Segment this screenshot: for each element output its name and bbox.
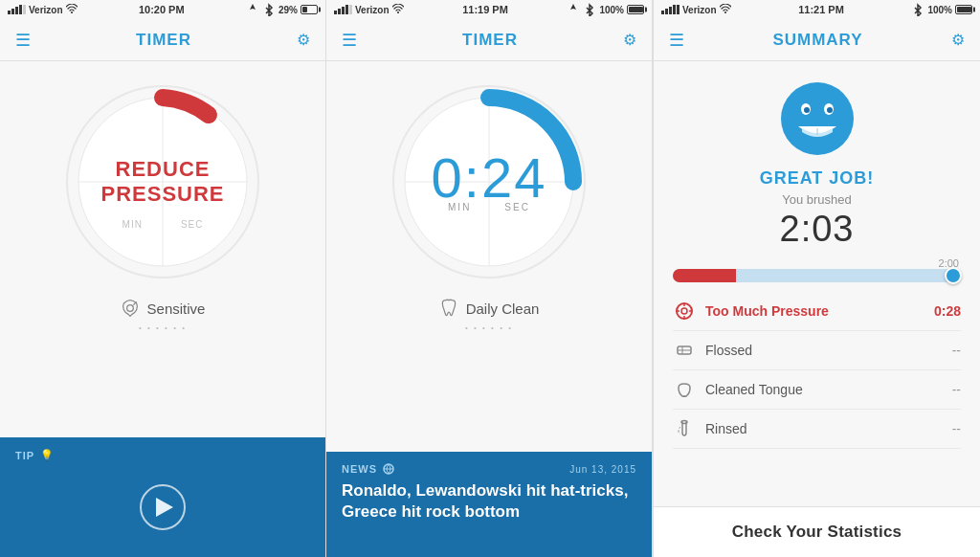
bluetooth-icon-3	[911, 3, 924, 16]
svg-point-7	[397, 11, 399, 13]
tip-row-1: TIP 💡	[15, 449, 310, 461]
tip-label-1: TIP	[15, 450, 34, 461]
rinse-icon	[673, 417, 696, 440]
time-display-2: 0:24	[432, 145, 547, 210]
progress-time-label: 2:00	[673, 257, 961, 269]
stat-row-pressure: Too Much Pressure 0:28	[673, 292, 961, 331]
battery-pct-2: 100%	[599, 5, 624, 15]
stat-row-flossed: Flossed --	[673, 331, 961, 370]
bluetooth-icon-1	[262, 3, 276, 16]
nav-bar-3: ☰ SUMMARY ⚙	[654, 19, 980, 61]
nav-bar-1: ☰ TIMER ⚙	[0, 19, 325, 61]
wifi-icon-3	[720, 4, 731, 15]
svg-point-5	[126, 305, 133, 312]
bottom-section-2: NEWS Jun 13, 2015 Ronaldo, Lewandowski h…	[326, 452, 652, 557]
stat-left-flossed: Flossed	[673, 339, 752, 362]
stat-left-pressure: Too Much Pressure	[673, 300, 829, 323]
status-right-2: 100%	[567, 3, 644, 16]
location-icon-1	[246, 3, 259, 16]
signal-icon-1	[8, 5, 26, 14]
progress-track	[673, 269, 961, 282]
menu-icon-3[interactable]: ☰	[669, 30, 684, 51]
panel-1: Verizon 10:20 PM 29% ☰ TIMER ⚙	[0, 0, 326, 557]
carrier-1: Verizon	[29, 5, 63, 15]
mode-icon-1	[121, 299, 140, 318]
settings-icon-3[interactable]: ⚙	[951, 31, 965, 49]
globe-icon-2	[383, 463, 394, 475]
stat-row-rinsed: Rinsed --	[673, 410, 961, 449]
svg-point-22	[681, 308, 687, 314]
wifi-icon-1	[66, 4, 78, 15]
progress-fill	[673, 269, 736, 282]
timer-area-1: REDUCE PRESSURE MIN SEC Sensitive • • • …	[0, 61, 325, 437]
battery-icon-3	[955, 5, 972, 14]
svg-point-14	[724, 11, 726, 13]
flossed-label: Flossed	[705, 343, 752, 358]
menu-icon-2[interactable]: ☰	[342, 30, 357, 51]
battery-icon-2	[627, 5, 644, 14]
battery-pct-1: 29%	[278, 5, 298, 15]
nav-title-3: SUMMARY	[772, 31, 862, 50]
news-headline-2: Ronaldo, Lewandowski hit hat-tricks, Gre…	[342, 480, 636, 523]
lightbulb-icon-1: 💡	[40, 449, 55, 461]
panel-2: Verizon 11:19 PM 100% ☰ TIMER ⚙	[326, 0, 653, 557]
status-right-3: 100%	[911, 3, 972, 16]
mode-text-2: Daily Clean	[466, 301, 540, 317]
brush-time-display: 2:03	[780, 209, 855, 250]
timer-circle-1: REDUCE PRESSURE MIN SEC	[57, 77, 268, 287]
tooth-icon-2	[439, 299, 458, 318]
signal-icon-2	[334, 5, 352, 14]
settings-icon-1[interactable]: ⚙	[297, 31, 310, 49]
smiley-container	[779, 80, 856, 161]
news-label-2: NEWS	[342, 463, 377, 475]
you-brushed-text: You brushed	[782, 192, 852, 207]
timer-digits-2: 0:24 MIN SEC	[432, 145, 547, 212]
summary-body: GREAT JOB! You brushed 2:03 2:00	[654, 61, 980, 506]
status-left-3: Verizon	[661, 4, 731, 15]
stat-left-tongue: Cleaned Tongue	[673, 378, 803, 401]
signal-icon-3	[661, 5, 679, 14]
nav-bar-2: ☰ TIMER ⚙	[326, 19, 652, 61]
dots-handle-1: • • • • • •	[139, 323, 187, 332]
news-row-2: NEWS Jun 13, 2015	[342, 463, 636, 475]
status-left-1: Verizon	[8, 4, 78, 15]
play-button-1[interactable]	[140, 484, 186, 530]
settings-icon-2[interactable]: ⚙	[623, 31, 636, 49]
floss-icon	[673, 339, 696, 362]
min-sec-label-1: MIN SEC	[122, 219, 204, 230]
carrier-2: Verizon	[355, 5, 390, 15]
pressure-icon	[673, 300, 696, 323]
status-right-1: 29%	[246, 3, 318, 16]
tongue-value: --	[952, 382, 961, 397]
status-bar-2: Verizon 11:19 PM 100%	[326, 0, 652, 19]
battery-pct-3: 100%	[927, 5, 952, 15]
news-date-2: Jun 13, 2015	[569, 464, 636, 475]
location-icon-2	[567, 3, 580, 16]
wifi-icon-2	[392, 4, 404, 15]
menu-icon-1[interactable]: ☰	[15, 30, 31, 51]
dots-handle-2: • • • • • •	[465, 323, 513, 332]
time-1: 10:20 PM	[139, 4, 185, 15]
stat-row-tongue: Cleaned Tongue --	[673, 370, 961, 410]
nav-title-2: TIMER	[462, 31, 518, 50]
progress-section: 2:00	[673, 257, 961, 282]
rinsed-label: Rinsed	[705, 421, 747, 436]
great-job-text: GREAT JOB!	[760, 168, 875, 189]
status-left-2: Verizon	[334, 4, 404, 15]
svg-point-0	[71, 11, 73, 13]
reduce-pressure-text: REDUCE PRESSURE	[100, 157, 224, 208]
time-3: 11:21 PM	[798, 4, 844, 15]
pressure-label: Too Much Pressure	[705, 303, 829, 319]
battery-icon-1	[301, 5, 318, 14]
rinsed-value: --	[952, 421, 961, 436]
check-stats-button[interactable]: Check Your Statistics	[654, 506, 980, 557]
mode-text-1: Sensitive	[147, 301, 206, 317]
panel-3: Verizon 11:21 PM 100% ☰ SUMMARY ⚙	[653, 0, 980, 557]
carrier-3: Verizon	[682, 5, 717, 15]
bottom-section-1: TIP 💡	[0, 437, 325, 557]
flossed-value: --	[952, 343, 961, 358]
time-2: 11:19 PM	[462, 4, 508, 15]
svg-point-19	[827, 107, 833, 113]
status-bar-3: Verizon 11:21 PM 100%	[654, 0, 980, 19]
mode-label-2: Daily Clean	[439, 299, 540, 318]
